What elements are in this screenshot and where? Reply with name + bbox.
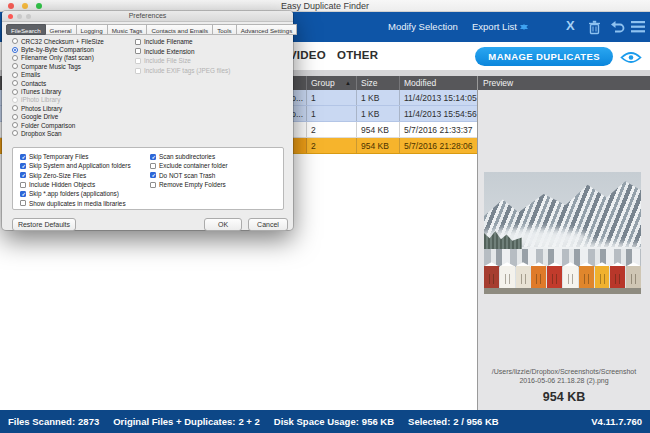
checkbox-option[interactable]: Exclude container folder: [150, 161, 228, 170]
column-size[interactable]: Size: [357, 76, 400, 90]
radio-option[interactable]: Contacts: [12, 79, 104, 87]
preview-file-path: /Users/lizzie/Dropbox/Screenshots/Screen…: [482, 368, 646, 385]
cancel-button[interactable]: Cancel: [248, 218, 288, 231]
radio-option[interactable]: iTunes Library: [12, 87, 104, 95]
option-label: CRC32 Checksum + FileSize: [21, 38, 104, 45]
radio-option[interactable]: Compare Music Tags: [12, 62, 104, 70]
checkbox-icon: [150, 172, 156, 178]
eye-icon[interactable]: [620, 51, 642, 64]
checkbox-icon: [20, 154, 26, 160]
option-label: iTunes Library: [21, 88, 61, 95]
pref-tab-logging[interactable]: Logging: [77, 24, 108, 35]
column-modified[interactable]: Modified: [400, 76, 477, 90]
option-label: Filename Only (fast scan): [21, 54, 94, 61]
radio-icon: [12, 89, 18, 95]
checkbox-option[interactable]: Skip Zero-Size Files: [20, 171, 131, 180]
window-title: Easy Duplicate Finder: [0, 1, 650, 11]
file-path-line2: 2016-05-06 21.18.28 (2).png: [482, 377, 646, 386]
option-label: Skip System and Application folders: [29, 162, 131, 169]
cell-modified: 5/7/2016 21:33:37: [400, 122, 477, 137]
checkbox-option[interactable]: Skip System and Application folders: [20, 161, 131, 170]
cell-size: 954 KB: [357, 138, 400, 153]
export-list-button[interactable]: Export List: [472, 12, 517, 42]
option-label: Folder Comparison: [21, 122, 75, 129]
houses-art: [484, 262, 641, 288]
option-label: Skip *.app folders (applications): [29, 190, 119, 197]
checkbox-icon: [20, 172, 26, 178]
radio-icon: [12, 80, 18, 86]
modify-selection-button[interactable]: Modify Selection: [388, 12, 458, 42]
stat-selected: Selected:2 / 956 KB: [408, 416, 499, 427]
cell-group: 1: [307, 90, 357, 105]
radio-option[interactable]: Folder Comparison: [12, 121, 104, 129]
option-label: Include File Size: [144, 57, 191, 64]
checkbox-option[interactable]: Include Extension: [135, 47, 230, 57]
pref-tab-contacts-emails[interactable]: Contacts and Emails: [147, 24, 213, 35]
trash-icon[interactable]: [588, 20, 601, 35]
checkbox-option[interactable]: Do NOT scan Trash: [150, 171, 228, 180]
dialog-body: CRC32 Checksum + FileSize Byte-by-Byte C…: [2, 35, 293, 230]
checkbox-option[interactable]: Skip *.app folders (applications): [20, 189, 131, 198]
status-bar: Files Scanned:2873 Original Files + Dupl…: [0, 410, 650, 433]
radio-option[interactable]: Photos Library: [12, 104, 104, 112]
checkbox-icon: [20, 200, 26, 206]
pref-tab-advanced[interactable]: Advanced Settings: [237, 24, 298, 35]
checkbox-option[interactable]: Scan subdirectories: [150, 152, 228, 161]
option-label: Include Hidden Objects: [29, 181, 95, 188]
radio-icon: [12, 47, 18, 53]
option-label: Skip Zero-Size Files: [29, 172, 86, 179]
preferences-tabs: FileSearch General Logging Music Tags Co…: [6, 24, 291, 35]
checkbox-option: Include File Size: [135, 56, 230, 66]
cell-group: 2: [307, 122, 357, 137]
checkbox-option: Include EXIF tags (JPEG files): [135, 66, 230, 76]
radio-icon: [12, 97, 18, 103]
clear-x-icon[interactable]: X: [566, 18, 575, 33]
option-label: Photos Library: [21, 105, 62, 112]
stat-disk-space: Disk Space Usage:956 KB: [274, 416, 394, 427]
radio-option[interactable]: Byte-by-Byte Comparison: [12, 45, 104, 53]
dialog-titlebar: Preferences: [2, 11, 293, 22]
stat-originals-duplicates: Original Files + Duplicates:2 + 2: [113, 416, 260, 427]
checkbox-option[interactable]: Show duplicates in media libraries: [20, 198, 131, 207]
checkbox-option[interactable]: Remove Empty Folders: [150, 180, 228, 189]
menu-icon[interactable]: [631, 21, 645, 33]
pref-tab-general[interactable]: General: [46, 24, 77, 35]
option-label: Google Drive: [21, 113, 58, 120]
undo-icon[interactable]: [608, 20, 625, 34]
include-options-list: Include Filename Include Extension Inclu…: [135, 37, 230, 75]
pref-tab-filesearch[interactable]: FileSearch: [6, 24, 46, 35]
radio-option[interactable]: Emails: [12, 71, 104, 79]
checkbox-icon: [20, 191, 26, 197]
dialog-title: Preferences: [2, 12, 293, 19]
radio-option[interactable]: Dropbox Scan: [12, 129, 104, 137]
preferences-dialog: Preferences FileSearch General Logging M…: [2, 11, 293, 230]
tab-other[interactable]: OTHER: [337, 49, 378, 61]
tab-video[interactable]: VIDEO: [289, 49, 326, 61]
option-label: iPhoto Library: [21, 96, 60, 103]
option-label: Emails: [21, 71, 40, 78]
ok-button[interactable]: OK: [204, 218, 242, 231]
pref-tab-tools[interactable]: Tools: [213, 24, 236, 35]
manage-duplicates-button[interactable]: MANAGE DUPLICATES: [475, 47, 613, 66]
preview-image: [484, 172, 641, 294]
checkbox-icon: [20, 163, 26, 169]
checkbox-option[interactable]: Include Filename: [135, 37, 230, 47]
export-updown-icon[interactable]: [520, 20, 528, 34]
checkbox-icon: [150, 182, 156, 188]
scan-options-left: Skip Temporary Files Skip System and App…: [20, 152, 131, 208]
water-art: [484, 288, 641, 294]
radio-option[interactable]: Google Drive: [12, 113, 104, 121]
app-window: Easy Duplicate Finder Modify Selection E…: [0, 0, 650, 433]
checkbox-option[interactable]: Include Hidden Objects: [20, 180, 131, 189]
pref-tab-music-tags[interactable]: Music Tags: [108, 24, 148, 35]
sort-asc-icon[interactable]: ▲: [345, 76, 351, 90]
radio-icon: [12, 63, 18, 69]
radio-option[interactable]: CRC32 Checksum + FileSize: [12, 37, 104, 45]
scan-options-right: Scan subdirectories Exclude container fo…: [150, 152, 228, 189]
radio-icon: [12, 114, 18, 120]
cell-size: 1 KB: [357, 90, 400, 105]
radio-option[interactable]: Filename Only (fast scan): [12, 54, 104, 62]
option-label: Include EXIF tags (JPEG files): [144, 67, 230, 74]
checkbox-option[interactable]: Skip Temporary Files: [20, 152, 131, 161]
restore-defaults-button[interactable]: Restore Defaults: [12, 218, 76, 231]
